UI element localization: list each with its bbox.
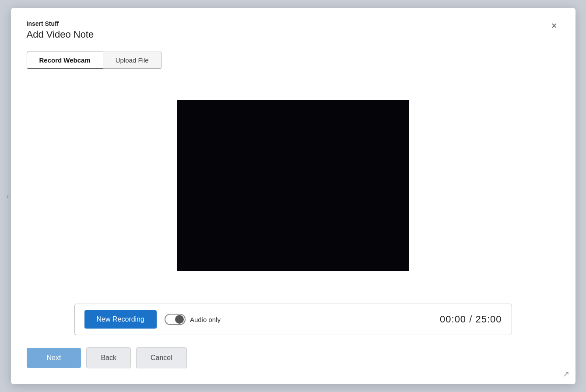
close-button[interactable]: × bbox=[549, 20, 560, 32]
audio-only-toggle[interactable] bbox=[165, 314, 186, 325]
tab-record-webcam[interactable]: Record Webcam bbox=[27, 52, 103, 69]
modal-dialog: ‹ Insert Stuff Add Video Note × Record W… bbox=[11, 8, 575, 384]
tabs-row: Record Webcam Upload File bbox=[27, 52, 560, 69]
audio-only-toggle-container: Audio only bbox=[165, 314, 221, 325]
resize-handle-icon[interactable]: ↗ bbox=[563, 370, 569, 378]
timer-display: 00:00 / 25:00 bbox=[440, 314, 502, 325]
footer-buttons: Next Back Cancel bbox=[27, 347, 560, 368]
tab-upload-file[interactable]: Upload File bbox=[103, 52, 161, 69]
recording-controls: New Recording Audio only 00:00 / 25:00 bbox=[74, 304, 512, 335]
next-button[interactable]: Next bbox=[27, 348, 81, 368]
video-preview bbox=[177, 100, 409, 271]
left-arrow-icon: ‹ bbox=[7, 192, 9, 201]
new-recording-button[interactable]: New Recording bbox=[84, 310, 157, 329]
page-background: ‹ Insert Stuff Add Video Note × Record W… bbox=[0, 0, 586, 392]
modal-header: Insert Stuff Add Video Note × bbox=[27, 20, 560, 40]
audio-only-label: Audio only bbox=[190, 316, 221, 323]
video-area bbox=[27, 77, 560, 294]
cancel-button[interactable]: Cancel bbox=[136, 347, 187, 368]
back-button[interactable]: Back bbox=[86, 347, 131, 368]
modal-title-large: Add Video Note bbox=[27, 29, 94, 40]
modal-title-small: Insert Stuff bbox=[27, 20, 94, 27]
toggle-knob bbox=[175, 315, 184, 324]
modal-title-block: Insert Stuff Add Video Note bbox=[27, 20, 94, 40]
